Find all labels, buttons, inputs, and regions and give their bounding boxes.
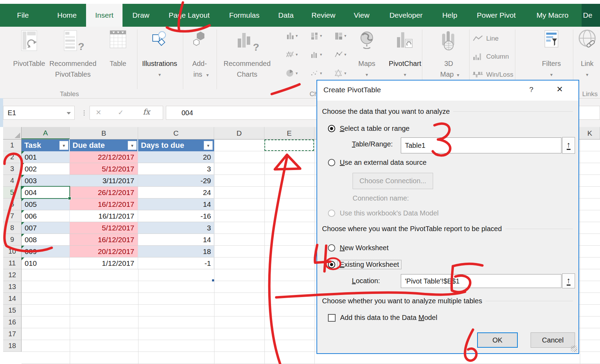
row-header-12[interactable]: 12 (3, 269, 22, 281)
table-range-input[interactable]: Table1 (401, 137, 561, 153)
task-cell[interactable]: 002 (22, 163, 70, 175)
task-cell[interactable]: 010 (22, 257, 70, 269)
column-header-k[interactable]: K (580, 127, 600, 139)
dialog-title-bar[interactable]: Create PivotTable ? ✕ (317, 81, 578, 101)
collapse-dialog-button[interactable]: ↑ (562, 273, 575, 288)
name-box[interactable]: E1 (3, 106, 75, 120)
row-header-1[interactable]: 1 (3, 139, 22, 151)
column-header-e[interactable]: E (264, 127, 314, 139)
task-cell[interactable]: 005 (22, 198, 70, 210)
dropdown-icon[interactable]: ▾ (320, 33, 322, 38)
due-date-cell[interactable]: 16/11/2017 (70, 210, 138, 222)
tab-help[interactable]: Help (439, 4, 460, 27)
tab-review[interactable]: Review (309, 4, 338, 27)
row-header-4[interactable]: 4 (3, 175, 22, 187)
tab-insert[interactable]: Insert (86, 4, 122, 27)
due-date-cell[interactable]: 1/12/2017 (70, 257, 138, 269)
row-header-9[interactable]: 9 (3, 234, 22, 246)
filter-button-task[interactable]: ▾ (59, 141, 68, 150)
row-header-8[interactable]: 8 (3, 222, 22, 234)
help-icon[interactable]: ? (525, 85, 537, 94)
radio-select-table-or-range[interactable]: Select a table or range (328, 124, 409, 133)
choose-connection-button[interactable]: Choose Connection... (353, 173, 433, 189)
ok-button[interactable]: OK (477, 332, 518, 348)
task-cell[interactable]: 007 (22, 222, 70, 234)
tab-developer[interactable]: Developer (387, 4, 425, 27)
stacked-column-chart-icon[interactable] (310, 31, 319, 41)
close-icon[interactable]: ✕ (553, 85, 566, 94)
row-header-18[interactable]: 18 (3, 340, 22, 352)
header-days-to-due[interactable]: Days to due (138, 139, 214, 151)
stock-chart-icon[interactable] (285, 50, 295, 60)
filter-button-due-date[interactable]: ▾ (128, 141, 137, 150)
days-to-due-cell[interactable]: 18 (138, 246, 214, 257)
column-chart-icon[interactable] (285, 31, 295, 41)
tab-my-macro[interactable]: My Macro (534, 4, 571, 27)
dropdown-icon[interactable]: ▾ (344, 52, 346, 57)
tab-data[interactable]: Data (276, 4, 296, 27)
bar-chart-small-icon[interactable] (310, 50, 319, 60)
table-resize-handle[interactable] (212, 279, 214, 281)
tab-page-layout[interactable]: Page Layout (166, 4, 212, 27)
cancel-button[interactable]: Cancel (531, 332, 575, 348)
dropdown-icon[interactable]: ▾ (296, 71, 298, 76)
select-all-button[interactable] (3, 127, 22, 139)
task-cell[interactable]: 003 (22, 175, 70, 187)
row-header-13[interactable]: 13 (3, 281, 22, 293)
column-header-d[interactable]: D (214, 127, 264, 139)
days-to-due-cell[interactable]: 20 (138, 151, 214, 163)
insert-function-icon[interactable]: fx (143, 108, 150, 116)
radio-existing-worksheet[interactable]: Existing Worksheet (328, 260, 402, 269)
days-to-due-cell[interactable]: 24 (138, 187, 214, 198)
days-to-due-cell[interactable]: 3 (138, 222, 214, 234)
due-date-cell[interactable]: 3/11/2017 (70, 175, 138, 187)
dropdown-icon[interactable]: ▾ (344, 33, 346, 38)
hierarchy-chart-icon[interactable] (334, 31, 344, 41)
row-header-3[interactable]: 3 (3, 163, 22, 175)
radio-new-worksheet[interactable]: New Worksheet (328, 243, 389, 252)
tab-home[interactable]: Home (54, 4, 79, 27)
days-to-due-cell[interactable]: -29 (138, 175, 214, 187)
chevron-down-icon[interactable] (67, 112, 71, 115)
row-header-2[interactable]: 2 (3, 151, 22, 163)
row-header-5[interactable]: 5 (3, 187, 22, 198)
tab-de[interactable]: De (582, 4, 600, 27)
dropdown-icon[interactable]: ▾ (320, 71, 322, 76)
column-header-b[interactable]: B (70, 127, 138, 139)
collapse-dialog-button[interactable]: ↑ (562, 137, 575, 154)
add-to-data-model-checkbox[interactable]: Add this data to the Data Model (328, 314, 437, 322)
tab-view[interactable]: View (351, 4, 372, 27)
dropdown-icon[interactable]: ▾ (344, 71, 346, 76)
column-header-a[interactable]: A (22, 127, 70, 139)
radio-external-source[interactable]: Use an external data source (328, 158, 426, 167)
due-date-cell[interactable]: 5/12/2017 (70, 222, 138, 234)
tab-draw[interactable]: Draw (129, 4, 152, 27)
row-header-17[interactable]: 17 (3, 328, 22, 340)
enter-entry-icon[interactable]: ✓ (118, 108, 124, 117)
tab-file[interactable]: File (14, 4, 32, 27)
line-chart-icon[interactable] (334, 50, 344, 60)
due-date-cell[interactable]: 16/12/2017 (70, 234, 138, 246)
row-header-14[interactable]: 14 (3, 293, 22, 305)
row-header-10[interactable]: 10 (3, 246, 22, 257)
column-header-c[interactable]: C (138, 127, 214, 139)
task-cell[interactable]: 009 (22, 246, 70, 257)
row-header-11[interactable]: 11 (3, 257, 22, 269)
due-date-cell[interactable]: 20/12/2017 (70, 246, 138, 257)
cancel-entry-icon[interactable]: ✕ (96, 108, 102, 117)
dropdown-icon[interactable]: ▾ (296, 52, 298, 57)
row-header-15[interactable]: 15 (3, 305, 22, 316)
formula-bar-handle[interactable] (84, 109, 85, 117)
sparkline-column-button[interactable]: Column (473, 52, 509, 61)
due-date-cell[interactable]: 16/12/2017 (70, 198, 138, 210)
filter-button-days[interactable]: ▾ (204, 141, 213, 150)
resize-grip[interactable] (571, 346, 577, 352)
days-to-due-cell[interactable]: 14 (138, 198, 214, 210)
scatter-chart-icon[interactable] (310, 69, 319, 78)
tab-power-pivot[interactable]: Power Pivot (474, 4, 518, 27)
dropdown-icon[interactable]: ▾ (320, 52, 322, 57)
pie-chart-icon[interactable] (285, 69, 295, 78)
task-cell[interactable]: 008 (22, 234, 70, 246)
radar-chart-icon[interactable] (334, 69, 344, 78)
location-input[interactable]: 'Pivot Table'!$E$1 (401, 274, 561, 288)
